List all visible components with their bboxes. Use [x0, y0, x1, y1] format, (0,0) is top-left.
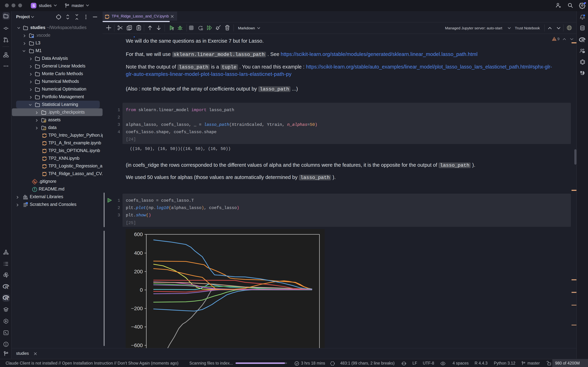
- svg-text:400: 400: [134, 250, 143, 256]
- svg-text:R: R: [581, 38, 585, 43]
- svg-text:0: 0: [140, 287, 143, 292]
- svg-text:R: R: [5, 285, 8, 290]
- svg-text:R: R: [5, 296, 8, 301]
- svg-text:−200: −200: [131, 305, 143, 311]
- svg-text:−400: −400: [131, 324, 143, 329]
- svg-text:600: 600: [134, 231, 143, 237]
- svg-text:200: 200: [134, 268, 143, 274]
- svg-text:−600: −600: [131, 342, 143, 348]
